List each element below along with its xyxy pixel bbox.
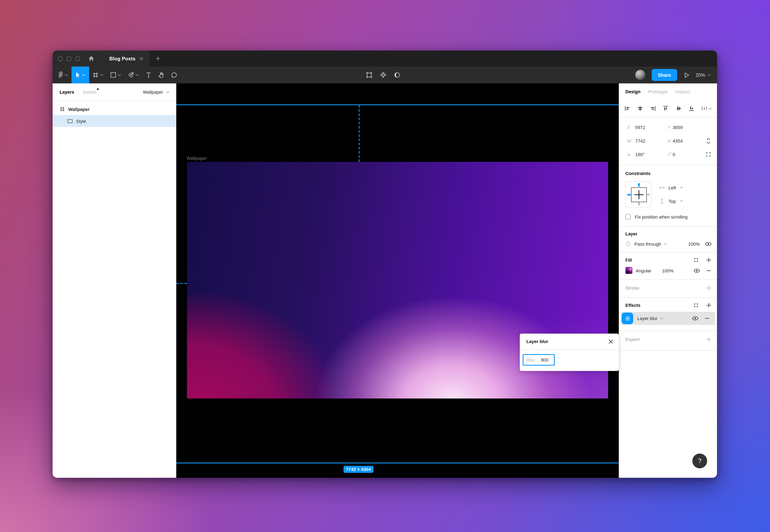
align-right-icon[interactable]	[650, 105, 656, 112]
frame-layer-icon	[60, 106, 65, 112]
layer-row-wallpaper[interactable]: Wallpaper	[53, 103, 176, 115]
vertical-constraint-dropdown[interactable]: Top	[659, 198, 684, 204]
blur-settings-button[interactable]	[622, 313, 633, 324]
move-cursor-icon	[75, 72, 81, 78]
tab-assets[interactable]: Assets	[83, 90, 96, 94]
align-bottom-icon[interactable]	[688, 105, 695, 112]
traffic-light-close[interactable]	[58, 56, 63, 61]
create-component-icon[interactable]	[380, 71, 387, 78]
align-top-icon[interactable]	[663, 105, 669, 112]
fill-opacity-value[interactable]: 100%	[662, 268, 673, 273]
distribute-menu[interactable]	[701, 105, 712, 112]
fill-row[interactable]: Angular 100%	[625, 267, 712, 274]
fix-position-checkbox[interactable]	[625, 214, 631, 219]
layer-visibility-icon[interactable]	[705, 241, 712, 246]
home-icon[interactable]	[88, 55, 95, 62]
zoom-menu[interactable]: 20%	[696, 73, 711, 77]
traffic-light-minimize[interactable]	[67, 56, 71, 61]
blend-mode-value[interactable]: Pass through	[634, 241, 661, 246]
effect-type[interactable]: Layer blur	[637, 316, 657, 321]
frame-tool-icon	[92, 72, 99, 78]
tab-design[interactable]: Design	[625, 89, 640, 94]
fill-section: Fill Angular 100%	[619, 253, 717, 280]
tab-prototype[interactable]: Prototype	[648, 89, 667, 94]
fill-visibility-icon[interactable]	[694, 268, 700, 273]
properties-tabs: Design Prototype Inspect	[619, 83, 717, 100]
effects-styles-icon[interactable]	[694, 303, 699, 308]
export-title: Export	[625, 337, 640, 342]
edit-object-icon[interactable]	[366, 71, 373, 78]
w-value[interactable]: 7742	[635, 138, 668, 143]
gradient-swatch[interactable]	[625, 267, 632, 274]
present-icon[interactable]	[683, 72, 689, 78]
h-label: H	[668, 138, 673, 143]
selection-center-guide-horizontal	[176, 283, 187, 284]
assets-notification-dot	[97, 88, 98, 90]
main-menu-button[interactable]	[55, 67, 71, 83]
blur-input-label: Blur	[527, 357, 535, 362]
fix-position-option[interactable]: Fix position when scrolling	[625, 214, 712, 219]
tab-assets-label: Assets	[83, 90, 96, 94]
tab-close-icon[interactable]	[139, 56, 143, 61]
avatar[interactable]	[635, 70, 646, 80]
fill-type[interactable]: Angular	[636, 268, 662, 273]
align-left-icon[interactable]	[624, 105, 631, 112]
shape-tool-button[interactable]	[107, 67, 124, 83]
blur-amount-input[interactable]: Blur 800	[523, 354, 555, 366]
layer-row-style[interactable]: Style	[53, 115, 176, 127]
constraints-widget[interactable]	[625, 181, 652, 207]
new-tab-button[interactable]	[155, 56, 160, 61]
layer-name: Style	[76, 119, 86, 123]
move-tool-button[interactable]	[71, 67, 89, 83]
remove-effect-icon[interactable]	[704, 316, 710, 321]
blend-mode-icon	[625, 241, 631, 247]
text-tool-icon	[145, 72, 152, 78]
independent-corners-icon[interactable]	[705, 151, 712, 157]
tab-layers[interactable]: Layers	[60, 90, 74, 94]
constraint-bottom[interactable]	[639, 202, 639, 205]
h-value[interactable]: 4354	[673, 138, 705, 143]
align-horizontal-center-icon[interactable]	[637, 105, 643, 112]
x-value[interactable]: 5971	[635, 125, 668, 130]
mask-icon[interactable]	[394, 71, 401, 78]
constraint-left-active[interactable]	[627, 194, 631, 196]
rotation-row: 180° 0	[627, 147, 712, 161]
tab-blog-posts[interactable]: Blog Posts	[103, 51, 149, 67]
popup-close-icon[interactable]	[609, 339, 613, 344]
pen-tool-button[interactable]	[124, 67, 142, 83]
rotation-value[interactable]: 180°	[635, 152, 668, 157]
stroke-section: Stroke	[619, 280, 717, 298]
align-vertical-center-icon[interactable]	[675, 105, 682, 112]
corner-radius-value[interactable]: 0	[673, 152, 705, 157]
tab-inspect[interactable]: Inspect	[675, 89, 690, 94]
constraint-right[interactable]	[646, 194, 650, 195]
layers-panel: Layers Assets Wallpaper	[53, 83, 176, 478]
add-fill-icon[interactable]	[706, 257, 712, 263]
add-effect-icon[interactable]	[706, 302, 712, 308]
add-export-icon[interactable]	[706, 336, 712, 342]
help-button[interactable]: ?	[692, 454, 707, 468]
traffic-light-zoom[interactable]	[75, 56, 80, 61]
titlebar-left: Blog Posts	[53, 51, 149, 67]
toolbar: Share 20%	[53, 67, 717, 83]
effect-visibility-icon[interactable]	[692, 316, 699, 321]
hand-tool-button[interactable]	[155, 67, 168, 83]
frame-tool-button[interactable]	[89, 67, 107, 83]
canvas[interactable]: Wallpaper 7742 × 4354	[176, 83, 619, 478]
constrain-proportions-icon[interactable]	[705, 137, 712, 144]
titlebar: Blog Posts	[53, 51, 717, 67]
add-stroke-icon[interactable]	[706, 285, 712, 291]
comment-tool-button[interactable]	[168, 67, 180, 83]
effect-row-layer-blur[interactable]: Layer blur	[621, 312, 715, 325]
layer-opacity-value[interactable]: 100%	[688, 241, 700, 246]
rotation-icon	[627, 152, 635, 157]
remove-fill-icon[interactable]	[706, 268, 712, 273]
text-tool-button[interactable]	[142, 67, 155, 83]
frame-title-label[interactable]: Wallpaper	[187, 156, 207, 161]
constraint-top-active[interactable]	[638, 183, 640, 187]
share-button[interactable]: Share	[652, 69, 677, 81]
fill-styles-icon[interactable]	[694, 258, 699, 263]
horizontal-constraint-dropdown[interactable]: Left	[659, 185, 684, 190]
page-selector[interactable]: Wallpaper	[143, 90, 170, 94]
y-value[interactable]: 3659	[673, 125, 705, 130]
